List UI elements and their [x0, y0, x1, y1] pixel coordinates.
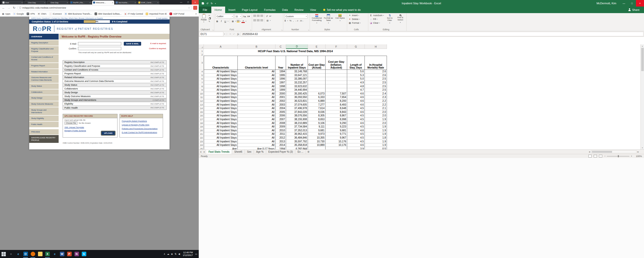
column-header[interactable]: B: [238, 44, 275, 49]
sort-filter-button[interactable]: ⇅ Sort & Filter ▾: [385, 14, 394, 25]
skype-icon[interactable]: S: [80, 250, 88, 258]
bookmark-item[interactable]: V VPN: [27, 13, 35, 15]
column-header[interactable]: A: [204, 44, 238, 49]
cell[interactable]: All Inpatient Stays: [204, 88, 238, 92]
cell[interactable]: [308, 74, 326, 77]
cell[interactable]: All Inpatient Stays: [204, 70, 238, 74]
cell[interactable]: 37,843,039: [286, 110, 308, 114]
cell[interactable]: 2.5: [365, 77, 387, 81]
cell[interactable]: 6,889: [308, 99, 326, 103]
accounting-format-button[interactable]: $: [285, 19, 286, 22]
cell[interactable]: 2003: [275, 103, 286, 107]
cell[interactable]: All Inpatient Stays: [204, 103, 238, 107]
browser-close-button[interactable]: ×: [192, 0, 199, 5]
select-all-corner[interactable]: [199, 44, 204, 49]
cell[interactable]: All Inpatient Stays: [204, 143, 238, 147]
row-number[interactable]: 3: [199, 56, 204, 70]
browser-tab[interactable]: Not Authe... ×: [115, 1, 137, 5]
cell[interactable]: All: [238, 110, 275, 114]
font-color-button[interactable]: A: [242, 20, 245, 23]
section-row[interactable]: Study Design INCOMPLETE: [63, 91, 166, 94]
cell[interactable]: [326, 88, 347, 92]
cell[interactable]: All: [238, 143, 275, 147]
cell[interactable]: 6,282,844: [286, 147, 308, 149]
cell[interactable]: 10,889: [308, 143, 326, 147]
cell[interactable]: 9,106: [308, 121, 326, 125]
signed-in-user[interactable]: McDermott, Kim: [596, 2, 616, 5]
cell[interactable]: 9,967: [326, 136, 347, 140]
cell[interactable]: 34,440,994: [286, 88, 308, 92]
header-cell[interactable]: Characteristic: [204, 56, 238, 70]
help-link[interactable]: Policies and Procedures Documentation: [122, 127, 161, 130]
row-number[interactable]: 7: [199, 81, 204, 85]
search-icon[interactable]: ○: [7, 250, 15, 258]
sidebar-item[interactable]: Outcome Measures and Common Data Element…: [29, 75, 59, 83]
ribbon-tab[interactable]: View: [307, 7, 319, 13]
email-updates-link[interactable]: E-mail Updates: [156, 17, 168, 19]
cell[interactable]: 4.6: [347, 121, 365, 125]
row-number[interactable]: 24: [199, 143, 204, 147]
borders-button[interactable]: ⊞: [231, 20, 234, 23]
cell[interactable]: All: [238, 107, 275, 110]
cell[interactable]: 8,867: [326, 114, 347, 118]
cell[interactable]: 4.6: [347, 129, 365, 133]
header-cell[interactable]: In-Hospital Mortality Rate: [365, 56, 387, 70]
cell[interactable]: 2.6: [365, 70, 387, 74]
cell[interactable]: 4.6: [347, 95, 365, 99]
sidebar-item[interactable]: Contact and Conditions of Access: [29, 54, 59, 62]
cell[interactable]: 1995: [275, 74, 286, 77]
row-number[interactable]: 13: [199, 103, 204, 107]
qat-customize-icon[interactable]: ▾: [215, 3, 216, 4]
cell[interactable]: [326, 84, 347, 88]
italic-button[interactable]: I: [220, 20, 223, 22]
scroll-down-icon[interactable]: ▼: [641, 146, 644, 149]
cell[interactable]: All Inpatient Stays: [204, 132, 238, 136]
browser-tab[interactable]: One Day ×: [24, 1, 46, 5]
find-select-button[interactable]: Find & Select ▾: [396, 14, 405, 25]
cell[interactable]: 1994: [275, 147, 286, 149]
cell[interactable]: 2002: [275, 99, 286, 103]
excel-minimize-button[interactable]: —: [620, 0, 628, 7]
word-icon[interactable]: W: [58, 250, 66, 258]
section-row[interactable]: Contact and Conditions of Access INCOMPL…: [63, 68, 166, 72]
cell[interactable]: 8,648: [326, 107, 347, 110]
dialog-launcher-icon[interactable]: ↘: [281, 29, 283, 31]
cell[interactable]: 2.0: [365, 114, 387, 118]
cell[interactable]: 2005: [275, 110, 286, 114]
bookmark-item[interactable]: ≣ IBM Business Transfo...: [64, 13, 92, 15]
excel-icon[interactable]: X: [44, 250, 51, 258]
row-number[interactable]: 9: [199, 88, 204, 92]
font-size-select[interactable]: 11▾: [234, 14, 242, 18]
start-button[interactable]: [0, 250, 7, 258]
cell[interactable]: 38,155,908: [286, 118, 308, 121]
help-link[interactable]: Frequently Asked Questions: [122, 120, 161, 122]
help-link[interactable]: Upload of Registry Profile Help: [122, 124, 161, 126]
cell[interactable]: 33,647,121: [286, 74, 308, 77]
volume-icon[interactable]: ◀: [178, 253, 180, 255]
cell[interactable]: 35,358,818: [286, 143, 308, 147]
cell[interactable]: 10,176: [326, 143, 347, 147]
cell[interactable]: [308, 77, 326, 81]
cell[interactable]: 33,149,768: [286, 70, 308, 74]
new-sheet-button[interactable]: ⊕: [306, 150, 311, 153]
confirm-input[interactable]: [78, 47, 121, 50]
row-number[interactable]: 6: [199, 77, 204, 81]
section-row[interactable]: Study Outcome Measures INCOMPLETE: [63, 94, 166, 98]
sidebar-item[interactable]: Progress Report: [29, 63, 59, 69]
header-cell[interactable]: Year: [275, 56, 286, 70]
cell[interactable]: 2.0: [365, 121, 387, 125]
cell[interactable]: 36,093,550: [286, 95, 308, 99]
header-cell[interactable]: Length of Stay, Days: [347, 56, 365, 70]
page-layout-view-icon[interactable]: [594, 155, 597, 157]
address-bar[interactable]: i trvlapp1552.cxda.medstat.com/rrs/overv…: [17, 6, 192, 10]
row-number[interactable]: 14: [199, 107, 204, 110]
section-row[interactable]: Outcome Measures and Common Data Element…: [63, 79, 166, 83]
ribbon-tab[interactable]: Data: [279, 7, 291, 13]
powerpoint-icon[interactable]: P: [66, 250, 73, 258]
cell[interactable]: 1.9: [365, 140, 387, 143]
browser-tab[interactable]: Mail ×: [2, 1, 24, 5]
back-button[interactable]: ←: [2, 6, 6, 10]
cell[interactable]: 2013: [275, 140, 286, 143]
section-row[interactable]: Study Status INCOMPLETE: [63, 83, 166, 87]
cell[interactable]: 4.8: [347, 84, 365, 88]
